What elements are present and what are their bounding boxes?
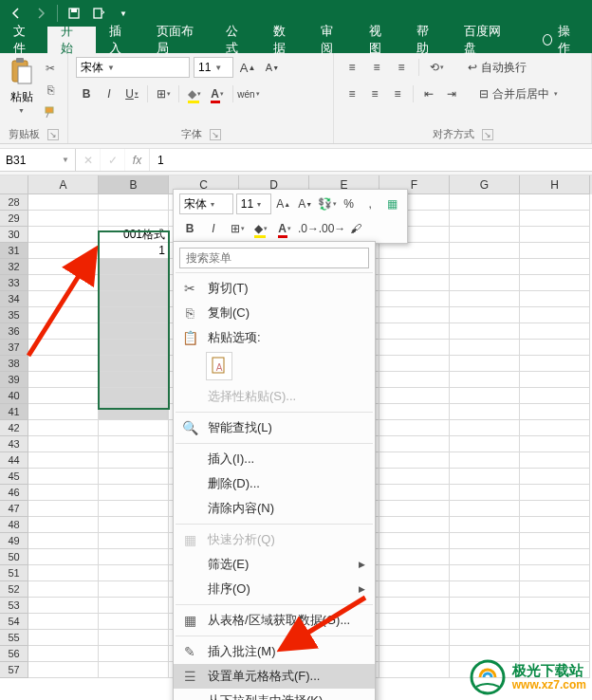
row-header[interactable]: 51 [0,565,28,581]
tab-file[interactable]: 文件 [0,27,47,53]
tell-me[interactable]: 操作 [529,27,592,53]
column-header[interactable]: H [520,175,590,194]
dialog-launcher-icon[interactable]: ↘ [210,129,221,140]
mini-decrease-font-icon[interactable]: A▼ [296,193,315,214]
row-header[interactable]: 42 [0,420,28,436]
cell[interactable] [520,307,590,323]
cell[interactable] [520,291,590,307]
context-search-input[interactable] [179,248,369,268]
cell[interactable] [99,485,169,501]
mini-increase-decimal-icon[interactable]: .00→ [322,218,342,239]
tab-help[interactable]: 帮助 [403,27,451,53]
context-item-copy[interactable]: ⎘复制(C) [174,301,375,325]
cell[interactable] [520,581,590,598]
align-center-icon[interactable]: ≡ [364,83,385,104]
cell[interactable] [379,275,450,291]
cell[interactable] [28,259,99,275]
cell[interactable] [520,485,590,501]
cell[interactable] [379,646,450,662]
tab-view[interactable]: 视图 [356,27,403,53]
cell[interactable] [28,307,99,323]
cell[interactable] [99,291,169,307]
cell[interactable] [450,227,520,243]
paste-keep-source-icon[interactable]: A [206,352,232,380]
cell[interactable] [450,323,520,340]
cell[interactable] [28,501,99,517]
row-header[interactable]: 46 [0,485,28,501]
forward-icon[interactable] [32,5,49,22]
cell[interactable] [450,307,520,323]
cell[interactable] [99,598,169,614]
cell[interactable] [520,598,590,614]
cell[interactable] [99,259,169,275]
cell[interactable] [379,259,450,275]
indent-decrease-icon[interactable]: ⇤ [418,83,439,104]
cell[interactable] [379,501,450,517]
cell[interactable] [520,452,590,469]
cell[interactable] [450,469,520,485]
mini-font-size[interactable]: 11▾ [236,193,271,214]
cell[interactable] [28,372,99,388]
cell[interactable] [99,565,169,581]
cell[interactable] [520,259,590,275]
row-header[interactable]: 56 [0,646,28,662]
pinyin-button[interactable]: wén▾ [238,83,259,104]
tab-home[interactable]: 开始 [47,27,95,53]
tab-baidu[interactable]: 百度网盘 [451,27,520,53]
cell[interactable] [99,404,169,420]
context-item-filter[interactable]: 筛选(E)▶ [174,552,375,577]
row-header[interactable]: 39 [0,372,28,388]
cell[interactable] [520,227,590,243]
cell[interactable] [99,452,169,469]
column-header[interactable]: A [28,175,99,194]
mini-bold-button[interactable]: B [179,218,200,239]
decrease-font-icon[interactable]: A▼ [262,57,283,78]
mini-increase-font-icon[interactable]: A▲ [274,193,293,214]
cell[interactable] [520,565,590,581]
cell[interactable] [28,356,99,372]
row-header[interactable]: 57 [0,662,28,678]
bold-button[interactable]: B [76,83,97,104]
cell[interactable] [379,388,450,404]
cell[interactable] [379,662,450,678]
cell[interactable] [28,452,99,469]
tab-formulas[interactable]: 公式 [213,27,260,53]
cell[interactable] [379,614,450,630]
cell[interactable] [99,517,169,533]
touch-icon[interactable] [90,5,107,22]
column-header[interactable]: G [450,175,520,194]
tab-data[interactable]: 数据 [260,27,307,53]
cell[interactable] [520,549,590,565]
cell[interactable] [450,598,520,614]
qat-dropdown-icon[interactable]: ▼ [115,5,132,22]
context-item-sort[interactable]: 排序(O)▶ [174,577,375,601]
indent-increase-icon[interactable]: ⇥ [441,83,462,104]
row-header[interactable]: 53 [0,598,28,614]
cell[interactable] [379,404,450,420]
cell[interactable] [99,662,169,678]
italic-button[interactable]: I [99,83,120,104]
font-size-combo[interactable]: 11▼ [194,57,233,78]
underline-button[interactable]: U▾ [121,83,142,104]
cell[interactable] [99,211,169,227]
cell[interactable] [520,340,590,356]
cell[interactable] [379,630,450,646]
cell[interactable] [450,275,520,291]
row-header[interactable]: 31 [0,243,28,259]
cell[interactable] [520,420,590,436]
align-middle-icon[interactable]: ≡ [366,57,387,78]
cell[interactable] [28,662,99,678]
mini-font-color-button[interactable]: A▾ [274,218,295,239]
cell[interactable] [450,404,520,420]
cell[interactable] [99,323,169,340]
cell[interactable] [99,646,169,662]
cell[interactable] [379,420,450,436]
row-header[interactable]: 35 [0,307,28,323]
cell[interactable] [450,340,520,356]
merge-center-button[interactable]: ⊟ 合并后居中▾ [475,83,562,104]
mini-comma-icon[interactable]: , [361,193,379,214]
increase-font-icon[interactable]: A▲ [237,57,258,78]
cell[interactable] [379,581,450,598]
cell[interactable] [450,501,520,517]
context-item-table[interactable]: ▦从表格/区域获取数据(G)... [174,608,375,633]
